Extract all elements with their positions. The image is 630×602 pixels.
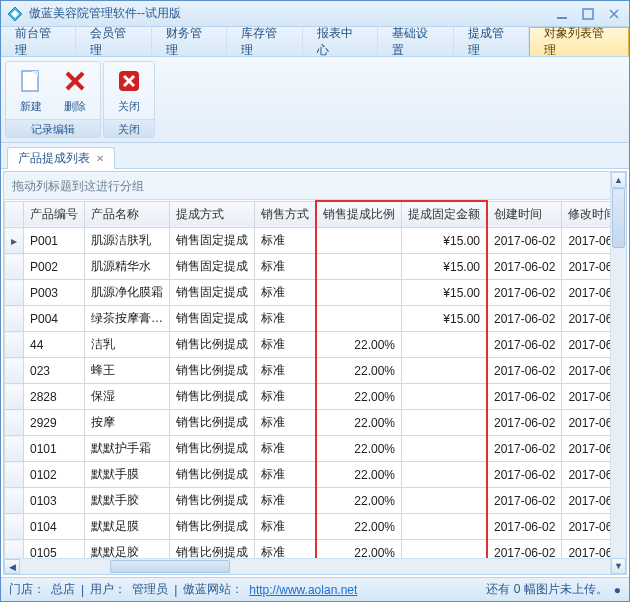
cell: 默默足膜 bbox=[85, 514, 170, 540]
menu-item[interactable]: 报表中心 bbox=[303, 27, 378, 56]
menu-item[interactable]: 基础设置 bbox=[378, 27, 453, 56]
table-row[interactable]: P003肌源净化膜霜销售固定提成标准¥15.002017-06-022017-0… bbox=[5, 280, 627, 306]
horizontal-scrollbar[interactable]: ◀ ▶ bbox=[4, 558, 626, 574]
cell: P002 bbox=[24, 254, 85, 280]
vscroll-track[interactable] bbox=[611, 188, 626, 558]
link-label: 傲蓝网站： bbox=[183, 581, 243, 598]
table-row[interactable]: 0101默默护手霜销售比例提成标准22.00%2017-06-022017-06… bbox=[5, 436, 627, 462]
ribbon-button-label: 关闭 bbox=[118, 99, 140, 114]
minimize-button[interactable] bbox=[553, 6, 571, 22]
column-header[interactable]: 提成固定金额 bbox=[402, 201, 488, 228]
cell: 2828 bbox=[24, 384, 85, 410]
column-header[interactable]: 提成方式 bbox=[170, 201, 255, 228]
table-row[interactable]: 0103默默手胶销售比例提成标准22.00%2017-06-022017-06-… bbox=[5, 488, 627, 514]
cell: 肌源净化膜霜 bbox=[85, 280, 170, 306]
delete-button[interactable]: 删除 bbox=[54, 66, 96, 115]
vscroll-thumb[interactable] bbox=[612, 188, 625, 248]
table-row[interactable]: ▸P001肌源洁肤乳销售固定提成标准¥15.002017-06-022017-0… bbox=[5, 228, 627, 254]
website-link[interactable]: http://www.aolan.net bbox=[249, 583, 357, 597]
cell: 2017-06-02 bbox=[487, 436, 562, 462]
group-hint: 拖动列标题到这进行分组 bbox=[4, 172, 626, 200]
cell: 0104 bbox=[24, 514, 85, 540]
table-row[interactable]: 44洁乳销售比例提成标准22.00%2017-06-022017-06-0 bbox=[5, 332, 627, 358]
tab-close-icon[interactable]: ✕ bbox=[96, 153, 104, 164]
cell: 默默手胶 bbox=[85, 488, 170, 514]
close-button[interactable] bbox=[605, 6, 623, 22]
column-header[interactable]: 销售提成比例 bbox=[316, 201, 402, 228]
titlebar: 傲蓝美容院管理软件--试用版 bbox=[1, 1, 629, 27]
app-window: 傲蓝美容院管理软件--试用版 前台管理会员管理财务管理库存管理报表中心基础设置提… bbox=[0, 0, 630, 602]
cell: 2017-06-02 bbox=[487, 488, 562, 514]
table-row[interactable]: 0102默默手膜销售比例提成标准22.00%2017-06-022017-06-… bbox=[5, 462, 627, 488]
cell: 2017-06-02 bbox=[487, 462, 562, 488]
delete-icon bbox=[61, 67, 89, 95]
ribbon-button-label: 新建 bbox=[20, 99, 42, 114]
cell bbox=[316, 254, 402, 280]
menu-item[interactable]: 财务管理 bbox=[152, 27, 227, 56]
hscroll-thumb[interactable] bbox=[110, 560, 230, 573]
svg-rect-2 bbox=[557, 17, 567, 19]
row-marker bbox=[5, 358, 24, 384]
cell: 22.00% bbox=[316, 332, 402, 358]
table-row[interactable]: 2828保湿销售比例提成标准22.00%2017-06-022017-06-0 bbox=[5, 384, 627, 410]
cell bbox=[402, 410, 488, 436]
user-value: 管理员 bbox=[132, 581, 168, 598]
cell: 标准 bbox=[255, 540, 317, 559]
cell: 22.00% bbox=[316, 358, 402, 384]
hscroll-track[interactable] bbox=[20, 559, 610, 574]
menu-item[interactable]: 库存管理 bbox=[227, 27, 302, 56]
cell: 0105 bbox=[24, 540, 85, 559]
menu-item[interactable]: 会员管理 bbox=[76, 27, 151, 56]
menu-item[interactable]: 对象列表管理 bbox=[529, 27, 629, 56]
close-icon bbox=[115, 67, 143, 95]
table-row[interactable]: 0105默默足胶销售比例提成标准22.00%2017-06-022017-06-… bbox=[5, 540, 627, 559]
close-button[interactable]: 关闭 bbox=[108, 66, 150, 115]
cell: 标准 bbox=[255, 332, 317, 358]
column-header[interactable]: 销售方式 bbox=[255, 201, 317, 228]
cell: 洁乳 bbox=[85, 332, 170, 358]
column-header[interactable]: 产品编号 bbox=[24, 201, 85, 228]
menu-item[interactable]: 前台管理 bbox=[1, 27, 76, 56]
table-row[interactable]: 023蜂王销售比例提成标准22.00%2017-06-022017-06-0 bbox=[5, 358, 627, 384]
cell: ¥15.00 bbox=[402, 228, 488, 254]
data-grid[interactable]: 产品编号产品名称提成方式销售方式销售提成比例提成固定金额创建时间修改时间▸P00… bbox=[4, 200, 626, 558]
column-header[interactable]: 产品名称 bbox=[85, 201, 170, 228]
cell: 销售固定提成 bbox=[170, 306, 255, 332]
cell: 2017-06-02 bbox=[487, 384, 562, 410]
row-marker bbox=[5, 488, 24, 514]
cell: 023 bbox=[24, 358, 85, 384]
vertical-scrollbar[interactable]: ▲ ▼ bbox=[610, 172, 626, 574]
cell bbox=[402, 332, 488, 358]
menu-item[interactable]: 提成管理 bbox=[454, 27, 529, 56]
tab-product-commission[interactable]: 产品提成列表 ✕ bbox=[7, 147, 115, 169]
cell: 销售比例提成 bbox=[170, 540, 255, 559]
column-header[interactable]: 创建时间 bbox=[487, 201, 562, 228]
cell: 2017-06-02 bbox=[487, 280, 562, 306]
maximize-button[interactable] bbox=[579, 6, 597, 22]
table-row[interactable]: P002肌源精华水销售固定提成标准¥15.002017-06-022017-06… bbox=[5, 254, 627, 280]
row-marker: ▸ bbox=[5, 228, 24, 254]
cell bbox=[316, 228, 402, 254]
table-row[interactable]: 0104默默足膜销售比例提成标准22.00%2017-06-022017-06-… bbox=[5, 514, 627, 540]
new-button[interactable]: 新建 bbox=[10, 66, 52, 115]
cell bbox=[402, 514, 488, 540]
cell: 0101 bbox=[24, 436, 85, 462]
cell: 标准 bbox=[255, 228, 317, 254]
cell: 2017-06-02 bbox=[487, 254, 562, 280]
scroll-left-icon[interactable]: ◀ bbox=[4, 559, 20, 574]
cell: 销售固定提成 bbox=[170, 254, 255, 280]
store-value: 总店 bbox=[51, 581, 75, 598]
cell: 标准 bbox=[255, 436, 317, 462]
row-marker bbox=[5, 306, 24, 332]
scroll-down-icon[interactable]: ▼ bbox=[611, 558, 626, 574]
cell: 默默护手霜 bbox=[85, 436, 170, 462]
cell: 标准 bbox=[255, 462, 317, 488]
table-row[interactable]: 2929按摩销售比例提成标准22.00%2017-06-022017-06-0 bbox=[5, 410, 627, 436]
cell: 2017-06-02 bbox=[487, 306, 562, 332]
scroll-up-icon[interactable]: ▲ bbox=[611, 172, 626, 188]
row-marker bbox=[5, 514, 24, 540]
cell: 保湿 bbox=[85, 384, 170, 410]
cell: 22.00% bbox=[316, 540, 402, 559]
table-row[interactable]: P004绿茶按摩膏…销售固定提成标准¥15.002017-06-022017-0… bbox=[5, 306, 627, 332]
ribbon-group: 新建删除记录编辑 bbox=[5, 61, 101, 138]
